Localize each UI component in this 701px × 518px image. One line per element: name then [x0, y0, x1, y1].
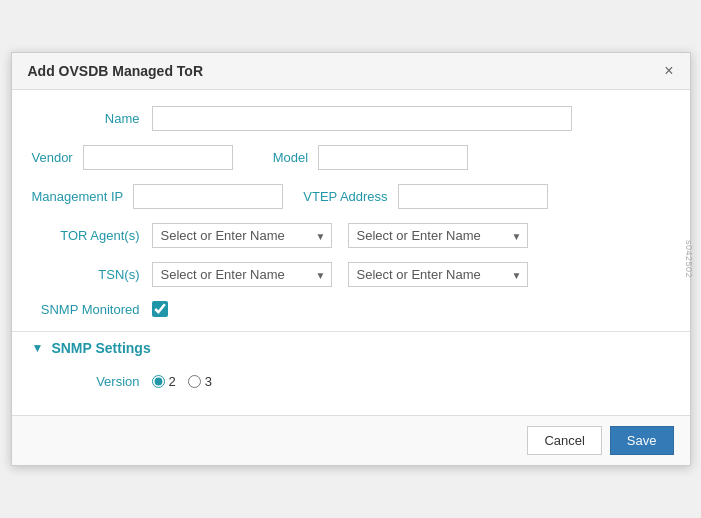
- name-input[interactable]: [152, 106, 572, 131]
- name-row: Name: [12, 106, 690, 131]
- dialog-body: Name Vendor Model Management IP: [12, 90, 690, 415]
- model-label: Model: [273, 150, 318, 165]
- tsn-select-2-wrapper: Select or Enter Name: [348, 262, 528, 287]
- snmp-settings-title: SNMP Settings: [51, 340, 150, 356]
- tor-agent-select-2[interactable]: Select or Enter Name: [348, 223, 528, 248]
- dialog-title: Add OVSDB Managed ToR: [28, 63, 204, 79]
- version-3-option[interactable]: 3: [188, 374, 212, 389]
- tsn-row: TSN(s) Select or Enter Name Select or En…: [12, 262, 690, 287]
- tsn-select-2[interactable]: Select or Enter Name: [348, 262, 528, 287]
- version-3-radio[interactable]: [188, 375, 201, 388]
- vtep-input[interactable]: [398, 184, 548, 209]
- dialog: Add OVSDB Managed ToR × Name Vendor Mode…: [11, 52, 691, 466]
- version-radio-group: 2 3: [152, 374, 212, 389]
- tor-agent-select-1-wrapper: Select or Enter Name: [152, 223, 332, 248]
- management-ip-label: Management IP: [32, 189, 134, 204]
- vendor-label: Vendor: [32, 150, 83, 165]
- snmp-monitored-checkbox[interactable]: [152, 301, 168, 317]
- vtep-pair: VTEP Address: [303, 184, 547, 209]
- snmp-settings-section: ▼ SNMP Settings: [12, 331, 690, 364]
- tor-agents-row: TOR Agent(s) Select or Enter Name Select…: [12, 223, 690, 248]
- version-row: Version 2 3: [12, 374, 690, 389]
- tsn-label: TSN(s): [32, 267, 152, 282]
- close-button[interactable]: ×: [664, 63, 673, 79]
- tor-agent-select-2-wrapper: Select or Enter Name: [348, 223, 528, 248]
- vtep-label: VTEP Address: [303, 189, 397, 204]
- vendor-input[interactable]: [83, 145, 233, 170]
- version-label: Version: [32, 374, 152, 389]
- tsn-select-1[interactable]: Select or Enter Name: [152, 262, 332, 287]
- version-2-option[interactable]: 2: [152, 374, 176, 389]
- save-button[interactable]: Save: [610, 426, 674, 455]
- model-pair: Model: [273, 145, 468, 170]
- cancel-button[interactable]: Cancel: [527, 426, 601, 455]
- tor-agents-label: TOR Agent(s): [32, 228, 152, 243]
- snmp-section-arrow[interactable]: ▼: [32, 341, 44, 355]
- snmp-monitored-row: SNMP Monitored: [12, 301, 690, 317]
- vendor-pair: Vendor: [32, 145, 233, 170]
- snmp-monitored-label: SNMP Monitored: [32, 302, 152, 317]
- mgmt-vtep-row: Management IP VTEP Address: [12, 184, 690, 209]
- model-input[interactable]: [318, 145, 468, 170]
- tsn-selects: Select or Enter Name Select or Enter Nam…: [152, 262, 528, 287]
- tor-agents-selects: Select or Enter Name Select or Enter Nam…: [152, 223, 528, 248]
- dialog-header: Add OVSDB Managed ToR ×: [12, 53, 690, 90]
- side-label: s042502: [684, 240, 694, 278]
- version-2-radio[interactable]: [152, 375, 165, 388]
- management-ip-pair: Management IP: [32, 184, 284, 209]
- name-label: Name: [32, 111, 152, 126]
- management-ip-input[interactable]: [133, 184, 283, 209]
- version-3-label: 3: [205, 374, 212, 389]
- vendor-model-row: Vendor Model: [12, 145, 690, 170]
- version-2-label: 2: [169, 374, 176, 389]
- tor-agent-select-1[interactable]: Select or Enter Name: [152, 223, 332, 248]
- tsn-select-1-wrapper: Select or Enter Name: [152, 262, 332, 287]
- dialog-footer: Cancel Save: [12, 415, 690, 465]
